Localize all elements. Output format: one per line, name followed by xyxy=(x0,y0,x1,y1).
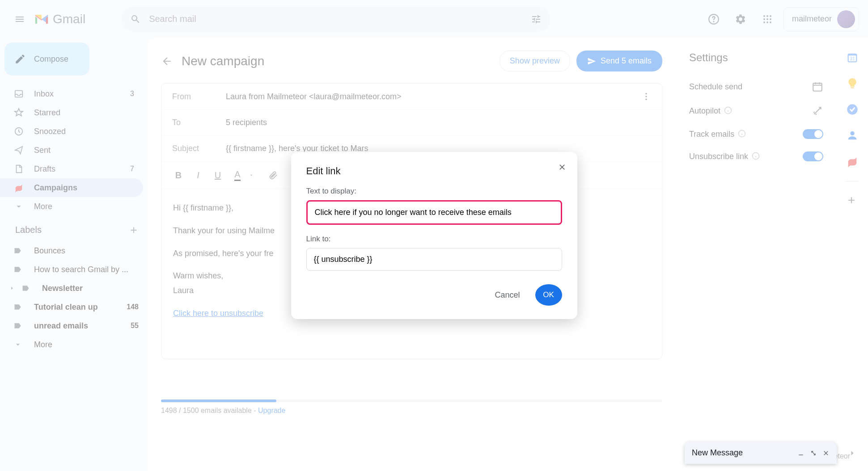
expand-icon xyxy=(810,450,817,457)
close-icon xyxy=(822,450,830,457)
text-display-label: Text to display: xyxy=(306,187,562,196)
cancel-button[interactable]: Cancel xyxy=(488,284,526,306)
link-to-input[interactable] xyxy=(306,248,562,271)
close-button[interactable] xyxy=(822,450,830,457)
modal-close-button[interactable] xyxy=(558,163,567,172)
edit-link-modal: Edit link Text to display: Link to: Canc… xyxy=(291,152,577,319)
link-to-label: Link to: xyxy=(306,235,562,244)
new-message-controls xyxy=(797,450,830,457)
modal-overlay: Edit link Text to display: Link to: Canc… xyxy=(0,0,868,471)
expand-button[interactable] xyxy=(810,450,817,457)
new-message-bar[interactable]: New Message xyxy=(685,442,837,464)
ok-button[interactable]: OK xyxy=(535,284,562,306)
new-message-title: New Message xyxy=(692,448,797,458)
minimize-icon xyxy=(797,450,804,457)
minimize-button[interactable] xyxy=(797,450,804,457)
text-display-input[interactable] xyxy=(306,200,562,225)
close-icon xyxy=(558,163,567,172)
modal-title: Edit link xyxy=(306,165,562,177)
modal-actions: Cancel OK xyxy=(306,284,562,306)
